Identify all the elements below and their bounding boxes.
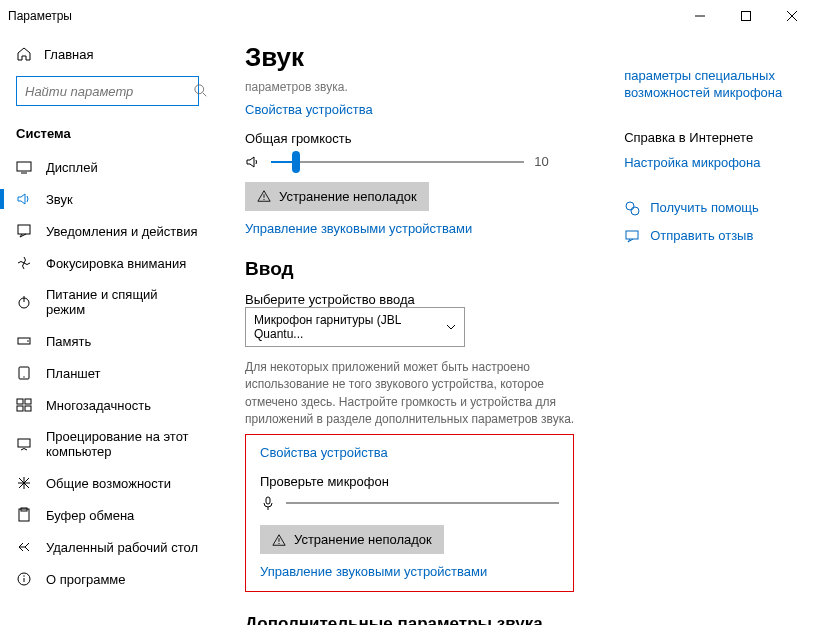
selected-value: Микрофон гарнитуры (JBL Quantu... [254,313,446,341]
test-mic-label: Проверьте микрофон [260,474,559,489]
home-icon [16,46,32,62]
accessibility-link[interactable]: параметры специальных возможностей микро… [624,68,793,102]
svg-rect-19 [18,439,30,447]
svg-point-4 [195,85,204,94]
feedback-icon [624,228,640,244]
svg-rect-8 [18,225,30,234]
sidebar-item-label: Планшет [46,366,101,381]
projection-icon [16,436,32,452]
sidebar-item-multitask[interactable]: Многозадачность [0,389,215,421]
output-troubleshoot-button[interactable]: Устранение неполадок [245,182,429,211]
search-icon [194,84,208,98]
choose-input-label: Выберите устройство ввода [245,292,574,307]
storage-icon [16,333,32,349]
manage-input-link[interactable]: Управление звуковыми устройствами [260,564,559,579]
sidebar-item-label: Уведомления и действия [46,224,198,239]
home-label: Главная [44,47,93,62]
sidebar-item-label: Дисплей [46,160,98,175]
sidebar-item-notifications[interactable]: Уведомления и действия [0,215,215,247]
microphone-icon [260,495,276,511]
svg-rect-15 [17,399,23,404]
sidebar: Главная Система Дисплей Звук Уведомления… [0,32,215,625]
notifications-icon [16,223,32,239]
svg-point-34 [278,543,279,544]
category-heading: Система [0,120,215,151]
sidebar-item-remote[interactable]: Удаленный рабочий стол [0,531,215,563]
input-device-select[interactable]: Микрофон гарнитуры (JBL Quantu... [245,307,465,347]
mic-setup-link[interactable]: Настройка микрофона [624,155,793,170]
sidebar-item-label: Питание и спящий режим [46,287,199,317]
clipboard-icon [16,507,32,523]
multitask-icon [16,397,32,413]
right-rail: параметры специальных возможностей микро… [624,42,793,605]
help-heading: Справка в Интернете [624,130,793,145]
svg-rect-16 [25,399,31,404]
sidebar-item-label: О программе [46,572,126,587]
search-input[interactable] [16,76,199,106]
svg-rect-31 [266,497,270,504]
sidebar-item-label: Фокусировка внимания [46,256,186,271]
sound-icon [16,191,32,207]
volume-slider[interactable] [271,161,524,163]
sidebar-item-label: Многозадачность [46,398,151,413]
sidebar-item-shared[interactable]: Общие возможности [0,467,215,499]
sidebar-item-label: Проецирование на этот компьютер [46,429,199,459]
sidebar-item-focus[interactable]: Фокусировка внимания [0,247,215,279]
power-icon [16,294,32,310]
focus-icon [16,255,32,271]
sidebar-item-label: Удаленный рабочий стол [46,540,198,555]
main-content: Звук параметров звука. Свойства устройст… [245,42,574,605]
volume-row: 10 [245,154,574,170]
remote-icon [16,539,32,555]
display-icon [16,159,32,175]
button-label: Устранение неполадок [294,532,432,547]
sidebar-item-label: Буфер обмена [46,508,134,523]
mic-level-row [260,495,559,511]
input-description: Для некоторых приложений может быть наст… [245,359,574,429]
warning-icon [257,189,271,203]
titlebar: Параметры [0,0,823,32]
svg-point-12 [27,340,29,342]
page-title: Звук [245,42,574,73]
manage-output-link[interactable]: Управление звуковыми устройствами [245,221,574,236]
svg-point-39 [626,202,634,210]
volume-value: 10 [534,154,574,169]
highlighted-section: Свойства устройства Проверьте микрофон У… [245,434,574,592]
svg-line-5 [203,93,207,97]
search-field[interactable] [25,84,194,99]
window-title: Параметры [8,9,677,23]
svg-point-14 [23,376,24,377]
sidebar-item-sound[interactable]: Звук [0,183,215,215]
svg-rect-17 [17,406,23,411]
close-button[interactable] [769,0,815,32]
shared-icon [16,475,32,491]
sidebar-item-storage[interactable]: Память [0,325,215,357]
input-troubleshoot-button[interactable]: Устранение неполадок [260,525,444,554]
speaker-icon[interactable] [245,154,261,170]
sidebar-item-tablet[interactable]: Планшет [0,357,215,389]
device-properties-link[interactable]: Свойства устройства [245,102,574,117]
help-icon [624,200,640,216]
svg-point-30 [263,199,264,200]
input-device-properties-link[interactable]: Свойства устройства [260,445,559,460]
maximize-button[interactable] [723,0,769,32]
minimize-button[interactable] [677,0,723,32]
svg-point-28 [23,575,24,576]
button-label: Устранение неполадок [279,189,417,204]
sidebar-item-projection[interactable]: Проецирование на этот компьютер [0,421,215,467]
sidebar-item-display[interactable]: Дисплей [0,151,215,183]
advanced-heading: Дополнительные параметры звука [245,614,574,625]
svg-rect-18 [25,406,31,411]
svg-rect-6 [17,162,31,171]
sidebar-item-about[interactable]: О программе [0,563,215,595]
home-button[interactable]: Главная [0,40,215,68]
sidebar-item-label: Звук [46,192,73,207]
feedback-link[interactable]: Отправить отзыв [624,228,793,244]
sidebar-item-clipboard[interactable]: Буфер обмена [0,499,215,531]
mic-level-bar [286,502,559,504]
volume-label: Общая громкость [245,131,574,146]
sidebar-item-label: Общие возможности [46,476,171,491]
get-help-link[interactable]: Получить помощь [624,200,793,216]
sidebar-item-power[interactable]: Питание и спящий режим [0,279,215,325]
chevron-down-icon [446,322,456,332]
